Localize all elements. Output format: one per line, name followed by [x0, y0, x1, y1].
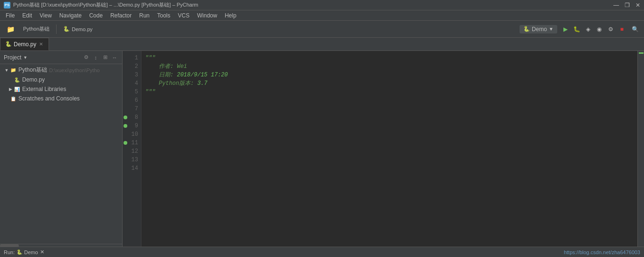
menu-item-help[interactable]: Help [221, 11, 240, 20]
sidebar-title[interactable]: Project [4, 54, 21, 61]
menu-bar: FileEditViewNavigateCodeRefactorRunTools… [0, 10, 644, 21]
status-run-config: Demo [24, 249, 38, 255]
line-num-5: 5 [123, 88, 141, 96]
line-num-7: 7 [123, 105, 141, 113]
run-button[interactable]: ▶ [560, 24, 570, 34]
line-num-8: 8 [123, 113, 141, 122]
line-num-4: 4 [123, 79, 141, 88]
code-line-2: 作者: Wei [145, 62, 634, 71]
build-button[interactable]: ⚙ [605, 24, 616, 34]
status-run-close[interactable]: ✕ [40, 249, 44, 255]
menu-item-tools[interactable]: Tools [153, 11, 174, 20]
status-run-label: Run: [4, 249, 15, 255]
line-num-14: 14 [123, 164, 141, 173]
stop-button[interactable]: ■ [617, 24, 627, 34]
tab-file-icon: 🐍 [5, 41, 12, 47]
run-config-name: Demo [532, 26, 547, 33]
sidebar: Project ▼ ⚙ ↕ ⊞ ↔ ▼ 📁 Python基础 D:\xuexi\… [0, 51, 123, 247]
menu-item-edit[interactable]: Edit [18, 11, 36, 20]
tab-demo-py[interactable]: 🐍 Demo.py ✕ [0, 38, 49, 50]
tree-item-external-libraries[interactable]: ▶ 📊 External Libraries [0, 84, 122, 94]
line-num-6: 6 [123, 96, 141, 105]
menu-item-view[interactable]: View [36, 11, 56, 20]
line-num-11: 11 [123, 139, 141, 147]
folder-icon: 📁 [4, 25, 17, 34]
tree-arrow-scratches [4, 96, 9, 101]
main-content: Project ▼ ⚙ ↕ ⊞ ↔ ▼ 📁 Python基础 D:\xuexi\… [0, 51, 644, 247]
status-run-section: Run: 🐍 Demo ✕ [4, 249, 44, 255]
close-button[interactable]: ✕ [636, 2, 640, 8]
tab-close-button[interactable]: ✕ [38, 41, 44, 47]
line-num-1: 1 [123, 54, 141, 62]
minimize-button[interactable]: — [613, 2, 619, 8]
code-line-11 [145, 139, 634, 147]
sidebar-dropdown-icon[interactable]: ▼ [23, 55, 27, 60]
search-everywhere-button[interactable]: 🔍 [630, 24, 640, 34]
coverage-button[interactable]: ◈ [583, 24, 593, 34]
code-line-13 [145, 156, 634, 164]
file-tab-indicator: 🐍 Demo.py [60, 25, 95, 33]
sidebar-settings-icon[interactable]: ⚙ [83, 54, 90, 61]
folder-icon-python-basics: 📁 [9, 66, 17, 74]
tree-item-demo-py[interactable]: 🐍 Demo.py [0, 75, 122, 84]
line-numbers: 1 2 3 4 5 6 7 8 9 10 11 [123, 51, 141, 247]
code-line-9 [145, 122, 634, 130]
code-line-4: Python版本: 3.7 [145, 79, 634, 88]
scratch-icon: 📋 [9, 95, 17, 102]
menu-item-window[interactable]: Window [193, 11, 221, 20]
right-indicator-mark-1 [639, 52, 644, 54]
run-configuration[interactable]: 🐍 Demo ▼ [520, 25, 557, 33]
tab-label: Demo.py [14, 41, 36, 48]
sidebar-scroll-icon[interactable]: ↕ [92, 54, 99, 61]
menu-item-vcs[interactable]: VCS [174, 11, 193, 20]
line-num-10: 10 [123, 130, 141, 139]
code-line-12 [145, 147, 634, 156]
profile-button[interactable]: ◉ [594, 24, 604, 34]
menu-item-code[interactable]: Code [85, 11, 107, 20]
menu-item-navigate[interactable]: Navigate [56, 11, 85, 20]
editor-area: 1 2 3 4 5 6 7 8 9 10 11 [123, 51, 644, 247]
line-num-12: 12 [123, 147, 141, 156]
code-line-3: 日期: 2018/9/15 17:20 [145, 71, 634, 79]
line-num-3: 3 [123, 71, 141, 79]
toolbar: 📁 Python基础 🐍 Demo.py 🐍 Demo ▼ ▶ 🐛 ◈ ◉ ⚙ … [0, 21, 644, 38]
app-icon: PS [4, 2, 10, 8]
status-bar: Run: 🐍 Demo ✕ https://blog.csdn.net/zha6… [0, 247, 644, 257]
tree-item-python-basics[interactable]: ▼ 📁 Python基础 D:\xuexi\python\Pytho [0, 65, 122, 75]
code-line-5: """ [145, 88, 634, 96]
code-line-1: """ [145, 54, 634, 62]
tree-label-python-basics: Python基础 [18, 66, 47, 74]
tree-item-scratches[interactable]: 📋 Scratches and Consoles [0, 94, 122, 103]
code-line-14 [145, 164, 634, 173]
tree-label-scratches: Scratches and Consoles [18, 95, 80, 102]
line-num-9: 9 [123, 122, 141, 130]
title-bar: PS Python基础 [D:\xuexi\python\Python基础] –… [0, 0, 644, 10]
tree-label-demo-py: Demo.py [22, 76, 45, 83]
menu-item-refactor[interactable]: Refactor [107, 11, 135, 20]
menu-item-file[interactable]: File [2, 11, 18, 20]
code-line-8 [145, 113, 634, 122]
tab-bar: 🐍 Demo.py ✕ [0, 38, 644, 51]
editor-body: 1 2 3 4 5 6 7 8 9 10 11 [123, 51, 644, 247]
run-buttons: ▶ 🐛 ◈ ◉ ⚙ ■ [560, 24, 627, 34]
tree-label-external-libraries: External Libraries [22, 86, 66, 92]
sidebar-collapse-icon[interactable]: ↔ [111, 54, 118, 61]
tree-path-python-basics: D:\xuexi\python\Pytho [49, 67, 99, 73]
debug-button[interactable]: 🐛 [571, 24, 582, 34]
library-icon-external: 📊 [13, 85, 21, 93]
file-icon-demo-py: 🐍 [13, 76, 21, 83]
sidebar-expand-icon[interactable]: ⊞ [101, 54, 109, 61]
code-area[interactable]: """ 作者: Wei 日期: 2018/9/15 17:20 Python版本… [141, 51, 637, 247]
maximize-button[interactable]: ❐ [625, 2, 630, 8]
code-line-10 [145, 130, 634, 139]
menu-item-run[interactable]: Run [135, 11, 153, 20]
status-url: https://blog.csdn.net/zha6476003 [564, 249, 640, 255]
toolbar-separator-1 [56, 25, 57, 34]
sidebar-tree: ▼ 📁 Python基础 D:\xuexi\python\Pytho 🐍 Dem… [0, 64, 122, 244]
project-name: Python基础 [20, 25, 52, 33]
code-line-6 [145, 96, 634, 105]
run-config-dropdown-icon[interactable]: ▼ [549, 26, 553, 32]
line-num-13: 13 [123, 156, 141, 164]
tree-arrow-external-libraries: ▶ [8, 86, 13, 92]
line-num-2: 2 [123, 62, 141, 71]
